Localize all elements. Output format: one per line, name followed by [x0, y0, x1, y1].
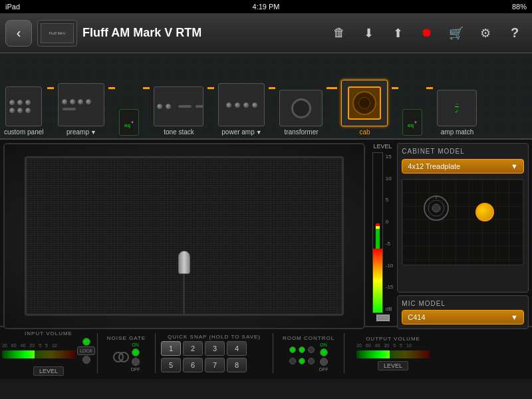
- connector-6: [327, 87, 337, 89]
- input-volume-label: INPUT VOLUME: [25, 331, 72, 336]
- input-vol-toggle-on[interactable]: [82, 338, 90, 346]
- cab-thumb: [341, 80, 388, 126]
- connector-2: [108, 87, 115, 89]
- level-tick-10: 10: [386, 176, 394, 182]
- room-dot-2: [299, 346, 305, 353]
- output-vol-scale: 206040205510: [356, 343, 430, 348]
- amp-thumbnail: Fluff MkV: [37, 20, 77, 47]
- noise-gate-icon: [113, 349, 129, 365]
- divider-4: [344, 333, 344, 373]
- right-panel: CABINET MODEL 4x12 Treadplate ▼: [397, 143, 529, 329]
- chain-item-amp-match[interactable]: ~ ✓ amp match: [433, 87, 481, 138]
- eq2-thumb: eq ▼: [402, 109, 422, 136]
- cab-label: cab: [359, 128, 370, 136]
- snap-buttons: 1 2 3 4 5 6 7 8: [161, 341, 267, 372]
- cabinet-model-select[interactable]: 4x12 Treadplate ▼: [402, 159, 524, 174]
- custom-panel-label: custom panel: [4, 128, 43, 136]
- level-meter[interactable]: [372, 152, 383, 313]
- noise-gate-off-label: OFF: [131, 367, 140, 372]
- level-tick-15: 15: [386, 154, 394, 160]
- mic-model-select[interactable]: C414 ▼: [402, 310, 524, 325]
- level-tick-m10: -10: [386, 263, 394, 269]
- chain-item-power-amp[interactable]: power amp▼: [214, 80, 269, 138]
- record-icon[interactable]: ⏺: [415, 21, 439, 45]
- quick-snap-section: QUICK SNAP (HOLD TO SAVE) 1 2 3 4 5 6 7 …: [161, 334, 267, 372]
- snap-btn-4[interactable]: 4: [227, 341, 247, 356]
- chain-item-preamp[interactable]: preamp▼: [54, 80, 108, 138]
- connector-3: [143, 87, 150, 89]
- snap-btn-1[interactable]: 1: [161, 341, 181, 356]
- trash-icon[interactable]: 🗑: [327, 21, 351, 45]
- level-tick-m15: -15: [386, 284, 394, 290]
- snap-btn-5[interactable]: 5: [161, 358, 181, 372]
- ampmatch-label: amp match: [441, 128, 473, 136]
- quick-snap-label: QUICK SNAP (HOLD TO SAVE): [168, 334, 261, 340]
- chain-item-cab[interactable]: cab: [337, 77, 392, 138]
- input-level-label: LEVEL: [33, 366, 64, 376]
- room-dot-1: [289, 346, 296, 353]
- noise-gate-section: NOISE GATE ON OFF: [103, 335, 150, 372]
- noise-gate-toggle-on[interactable]: [132, 348, 140, 356]
- back-button[interactable]: ‹: [5, 20, 32, 47]
- mic-model-value: C414: [408, 313, 425, 321]
- input-vol-toggle-off[interactable]: [82, 356, 90, 364]
- battery-label: 88%: [512, 3, 527, 11]
- mic-model-section: MIC MODEL C414 ▼: [397, 295, 529, 329]
- preamp-label: preamp▼: [66, 128, 96, 136]
- level-slider[interactable]: [376, 315, 390, 321]
- preset-name: Fluff AM Mark V RTM: [82, 26, 322, 40]
- cabinet-model-title: CABINET MODEL: [402, 148, 524, 155]
- snap-btn-3[interactable]: 3: [205, 341, 225, 356]
- chain-item-transformer[interactable]: transformer: [275, 87, 327, 138]
- level-tick-0: 0: [386, 219, 394, 225]
- level-tick-db: dB: [386, 306, 394, 312]
- input-volume-section: INPUT VOLUME 206040205510 LOCK LEVEL: [5, 331, 92, 376]
- cab-section: [3, 143, 365, 329]
- connector-8: [426, 87, 433, 89]
- download-icon[interactable]: ⬇: [356, 21, 380, 45]
- bottom-controls: INPUT VOLUME 206040205510 LOCK LEVEL NOI…: [0, 326, 532, 379]
- help-icon[interactable]: ?: [503, 21, 527, 45]
- input-vol-scale: 206040205510: [2, 343, 75, 348]
- output-vol-bar[interactable]: [356, 350, 430, 358]
- cabinet-model-value: 4x12 Treadplate: [408, 162, 460, 170]
- upload-icon[interactable]: ⬆: [386, 21, 410, 45]
- room-off-label: OFF: [319, 367, 329, 372]
- lock-button[interactable]: LOCK: [77, 346, 95, 355]
- mic-body: [178, 251, 190, 274]
- level-tick-5: 5: [386, 197, 394, 203]
- transformer-label: transformer: [284, 128, 318, 136]
- chain-item-eq1[interactable]: eq ▼: [115, 106, 143, 138]
- room-toggle-off[interactable]: [320, 358, 328, 366]
- speaker-grille: [25, 156, 344, 316]
- noise-gate-toggle-off[interactable]: [132, 358, 140, 366]
- cab-speaker: [5, 144, 364, 328]
- room-toggle-on[interactable]: [320, 348, 328, 356]
- speaker-cone-icon: [423, 195, 450, 221]
- snap-btn-2[interactable]: 2: [183, 341, 203, 356]
- mic-model-arrow: ▼: [511, 313, 518, 321]
- noise-gate-label: NOISE GATE: [107, 335, 146, 341]
- connector-1: [47, 87, 54, 89]
- top-nav: ‹ Fluff MkV Fluff AM Mark V RTM 🗑 ⬇ ⬆ ⏺ …: [0, 13, 532, 53]
- cabinet-model-arrow: ▼: [511, 162, 518, 170]
- speaker-position-dot[interactable]: [475, 203, 494, 221]
- room-dot-4: [289, 358, 296, 364]
- snap-btn-6[interactable]: 6: [183, 358, 203, 372]
- cart-icon[interactable]: 🛒: [444, 21, 468, 45]
- chain-area: custom panel preamp▼ eq ▼: [0, 53, 532, 140]
- status-bar: iPad 4:19 PM 88%: [0, 0, 532, 13]
- room-control-inner: ON OFF: [289, 342, 329, 372]
- room-dots-row-1: [289, 346, 315, 353]
- tonestack-label: tone stack: [164, 128, 194, 136]
- snap-btn-8[interactable]: 8: [227, 358, 247, 372]
- speaker-position-grid[interactable]: [402, 179, 524, 265]
- chain-item-eq2[interactable]: eq ▼: [398, 106, 426, 138]
- chain-item-custom-panel[interactable]: custom panel: [0, 84, 47, 138]
- chain-item-tone-stack[interactable]: tone stack: [150, 84, 207, 138]
- mic-cable: [183, 274, 185, 314]
- snap-btn-7[interactable]: 7: [205, 358, 225, 372]
- settings-icon[interactable]: ⚙: [473, 21, 497, 45]
- mic-model-title: MIC MODEL: [402, 300, 524, 307]
- input-vol-bar[interactable]: [2, 350, 75, 358]
